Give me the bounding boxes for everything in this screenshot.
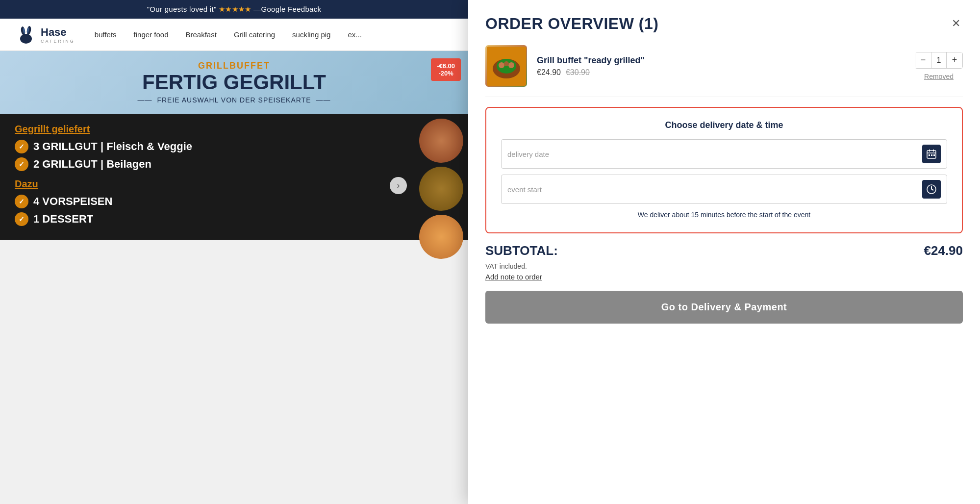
- qty-decrease-button[interactable]: −: [915, 52, 931, 68]
- banner-feedback: —Google Feedback: [253, 5, 321, 13]
- nav-buffets[interactable]: buffets: [95, 30, 117, 39]
- svg-rect-17: [931, 154, 932, 156]
- checklist-text-1: 3 GRILLGUT | Fleisch & Veggie: [33, 140, 192, 153]
- qty-value: 1: [931, 52, 947, 68]
- top-banner: "Our guests loved it" ★★★★★ —Google Feed…: [0, 0, 468, 19]
- check-icon-1: ✓: [15, 140, 28, 153]
- calendar-icon-button[interactable]: [922, 145, 941, 163]
- item-image-inner: [485, 45, 527, 87]
- product-details-panel: Gegrillt geliefert ✓ 3 GRILLGUT | Fleisc…: [0, 114, 468, 240]
- checklist: ✓ 3 GRILLGUT | Fleisch & Veggie ✓ 2 GRIL…: [15, 140, 453, 171]
- check-icon-2: ✓: [15, 157, 28, 171]
- website-background: "Our guests loved it" ★★★★★ —Google Feed…: [0, 0, 468, 504]
- qty-removed-col: − 1 + Removed: [915, 52, 963, 80]
- delivery-section-title: Choose delivery date & time: [501, 120, 947, 130]
- product-panel: -€6.00 -20% GRILLBUFFET FERTIG GEGRILLT …: [0, 51, 468, 489]
- food-thumb-3[interactable]: [419, 215, 463, 259]
- nav-bar: Hase CATERING buffets finger food Breakf…: [0, 19, 468, 51]
- event-start-input[interactable]: event start: [507, 185, 922, 194]
- vat-text: VAT included.: [485, 262, 963, 270]
- food-thumb-1[interactable]: [419, 119, 463, 163]
- badge-discount: -€6.00: [437, 62, 455, 70]
- nav-grill[interactable]: Grill catering: [234, 30, 275, 39]
- removed-label[interactable]: Removed: [924, 73, 954, 80]
- subtotal-label: SUBTOTAL:: [485, 243, 558, 258]
- banner-text: "Our guests loved it": [147, 5, 217, 13]
- banner-stars: ★★★★★: [219, 5, 251, 13]
- checklist-item-1: ✓ 3 GRILLGUT | Fleisch & Veggie: [15, 140, 453, 153]
- dazu-item-1: ✓ 4 VORSPEISEN: [15, 195, 453, 208]
- svg-point-3: [23, 34, 29, 41]
- modal-close-button[interactable]: ✕: [949, 15, 963, 32]
- svg-point-9: [499, 62, 504, 68]
- item-info: Grill buffet "ready grilled" €24.90 €30.…: [537, 55, 905, 77]
- logo-sub: CATERING: [41, 39, 75, 44]
- time-input-row[interactable]: event start: [501, 175, 947, 204]
- logo: Hase CATERING: [15, 24, 75, 46]
- nav-finger-food[interactable]: finger food: [134, 30, 169, 39]
- svg-line-21: [931, 189, 933, 190]
- dazu-checklist: ✓ 4 VORSPEISEN ✓ 1 DESSERT: [15, 195, 453, 226]
- delivery-note: We deliver about 15 minutes before the s…: [501, 210, 947, 220]
- carousel-next-arrow[interactable]: ›: [390, 177, 407, 194]
- item-price-new: €24.90: [537, 68, 561, 77]
- svg-rect-18: [933, 154, 935, 156]
- delivery-date-box: Choose delivery date & time delivery dat…: [485, 107, 963, 233]
- clock-icon-button[interactable]: [922, 180, 941, 199]
- dazu-item-2: ✓ 1 DESSERT: [15, 212, 453, 226]
- svg-rect-16: [929, 154, 930, 156]
- promo-banner: -€6.00 -20% GRILLBUFFET FERTIG GEGRILLT …: [0, 51, 468, 114]
- add-note-link[interactable]: Add note to order: [485, 273, 963, 281]
- svg-point-11: [504, 61, 509, 66]
- item-image: [485, 45, 527, 87]
- checklist-text-2: 2 GRILLGUT | Beilagen: [33, 158, 151, 171]
- order-item-row: Grill buffet "ready grilled" €24.90 €30.…: [485, 45, 963, 97]
- checkout-button[interactable]: Go to Delivery & Payment: [485, 291, 963, 324]
- gegrillt-link[interactable]: Gegrillt geliefert: [15, 124, 453, 135]
- dazu-text-2: 1 DESSERT: [33, 213, 93, 226]
- food-thumb-2[interactable]: [419, 167, 463, 211]
- date-input-row[interactable]: delivery date: [501, 139, 947, 169]
- promo-tagline: FREIE AUSWAHL VON DER SPEISEKARTE: [15, 96, 453, 104]
- promo-title: FERTIG GEGRILLT: [15, 71, 453, 94]
- logo-rabbit-icon: [15, 24, 37, 46]
- item-name: Grill buffet "ready grilled": [537, 55, 905, 66]
- order-overview-modal: ORDER OVERVIEW (1) ✕ Grill buffet "ready…: [468, 0, 980, 504]
- dazu-text-1: 4 VORSPEISEN: [33, 195, 112, 208]
- dazu-link[interactable]: Dazu: [15, 178, 453, 190]
- badge-percent: -20%: [437, 70, 455, 77]
- modal-header: ORDER OVERVIEW (1) ✕: [485, 15, 963, 33]
- svg-point-10: [508, 62, 514, 68]
- modal-title: ORDER OVERVIEW (1): [485, 15, 658, 33]
- item-price-row: €24.90 €30.90: [537, 68, 905, 77]
- subtotal-value: €24.90: [924, 243, 963, 258]
- main-content: -€6.00 -20% GRILLBUFFET FERTIG GEGRILLT …: [0, 51, 468, 489]
- check-icon-3: ✓: [15, 195, 28, 208]
- checklist-item-2: ✓ 2 GRILLGUT | Beilagen: [15, 157, 453, 171]
- nav-pig[interactable]: suckling pig: [292, 30, 330, 39]
- qty-increase-button[interactable]: +: [947, 52, 962, 68]
- quantity-control: − 1 +: [915, 52, 963, 69]
- check-icon-4: ✓: [15, 212, 28, 226]
- nav-breakfast[interactable]: Breakfast: [186, 30, 217, 39]
- thumbnail-list: [419, 119, 463, 259]
- promo-badge: -€6.00 -20%: [431, 58, 461, 81]
- promo-subtitle: GRILLBUFFET: [15, 61, 453, 71]
- nav-items: buffets finger food Breakfast Grill cate…: [95, 30, 362, 39]
- logo-name: Hase: [41, 26, 75, 39]
- nav-more[interactable]: ex...: [348, 30, 361, 39]
- subtotal-row: SUBTOTAL: €24.90: [485, 243, 963, 258]
- item-price-old: €30.90: [566, 68, 590, 77]
- delivery-date-input[interactable]: delivery date: [507, 150, 922, 158]
